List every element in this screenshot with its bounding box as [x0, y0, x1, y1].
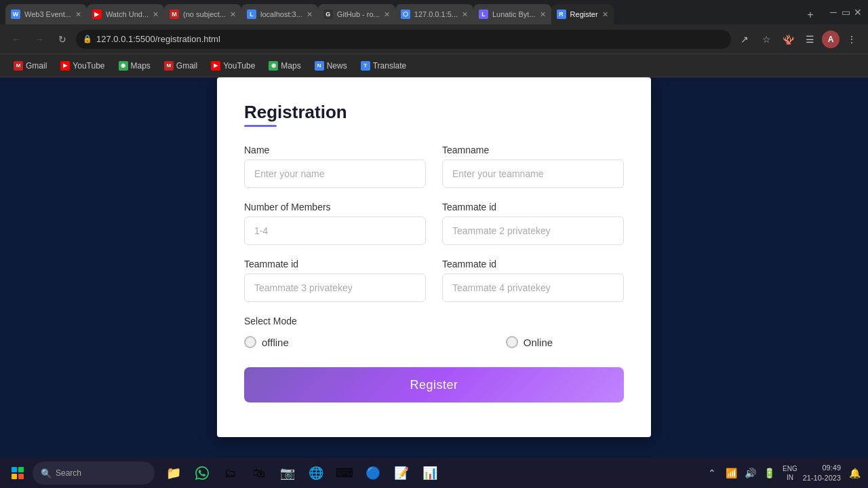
bookmark-bk3[interactable]: ◉ Maps — [113, 59, 156, 73]
tab-tab4[interactable]: L localhost:3... ✕ — [241, 4, 318, 24]
tab-close-tab6[interactable]: ✕ — [462, 10, 468, 19]
bookmark-label-bk2: YouTube — [73, 61, 104, 71]
page-title: Registration — [244, 102, 347, 123]
share-button[interactable]: ↗ — [735, 30, 754, 49]
tab-close-tab5[interactable]: ✕ — [384, 10, 390, 19]
tab-close-tab8[interactable]: ✕ — [602, 10, 608, 19]
notes-app[interactable]: 📝 — [388, 459, 415, 487]
bookmark-bk6[interactable]: ◉ Maps — [263, 59, 306, 73]
radio-online[interactable] — [506, 336, 518, 348]
form-section: Name Teamname Number of Members — [244, 145, 624, 402]
bookmark-bk4[interactable]: M Gmail — [159, 59, 203, 73]
form-row-2: Number of Members Teammate id — [244, 202, 624, 245]
search-icon: 🔍 — [41, 468, 52, 478]
tab-close-tab2[interactable]: ✕ — [153, 10, 159, 19]
teammate2-group: Teammate id — [442, 202, 624, 245]
radio-offline[interactable] — [244, 336, 256, 348]
teammate3-group: Teammate id — [244, 259, 426, 302]
mode-offline-option[interactable]: offline — [244, 336, 289, 348]
win-logo-br — [18, 474, 24, 479]
win-logo-tr — [18, 467, 24, 472]
bookmark-bk5[interactable]: ▶ YouTube — [205, 59, 260, 73]
name-input[interactable] — [244, 159, 426, 188]
store-app[interactable]: 🛍 — [245, 459, 273, 487]
language-indicator[interactable]: ENGIN — [783, 464, 797, 482]
tab-tab1[interactable]: W Web3 Event... ✕ — [5, 4, 87, 24]
chevron-up-icon[interactable]: ⌃ — [704, 465, 720, 481]
tab-label-tab3: (no subject... — [183, 10, 226, 18]
nav-bar: ← → ↻ 🔒 127.0.0.1:5500/registration.html… — [0, 24, 868, 54]
network-icon[interactable]: 📶 — [723, 465, 739, 481]
win-logo-tl — [12, 467, 17, 472]
taskbar-search[interactable]: 🔍 Search — [33, 462, 155, 485]
time-display: 09:49 — [803, 463, 841, 473]
sidebar-button[interactable]: ☰ — [800, 30, 819, 49]
file-manager-app[interactable]: 🗂 — [217, 459, 244, 487]
tab-close-tab1[interactable]: ✕ — [75, 10, 81, 19]
menu-button[interactable]: ⋮ — [842, 30, 861, 49]
start-button[interactable] — [5, 461, 30, 485]
num-members-input[interactable] — [244, 217, 426, 245]
tab-tab7[interactable]: L Lunatic Byt... ✕ — [473, 4, 551, 24]
bookmark-bk8[interactable]: T Translate — [355, 59, 412, 73]
bookmarks-bar: M Gmail ▶ YouTube ◉ Maps M Gmail ▶ YouTu… — [0, 54, 868, 77]
bookmark-label-bk6: Maps — [281, 61, 300, 71]
tab-close-tab3[interactable]: ✕ — [230, 10, 236, 19]
register-button[interactable]: Register — [244, 367, 624, 402]
address-text: 127.0.0.1:5500/registration.html — [96, 34, 220, 44]
bookmark-bk7[interactable]: N News — [309, 59, 353, 73]
taskbar-apps: 📁 🗂 🛍 📷 🌐 ⌨ 🔵 — [160, 459, 443, 487]
volume-icon[interactable]: 🔊 — [742, 465, 758, 481]
mode-online-option[interactable]: Online — [506, 336, 553, 348]
extensions-button[interactable]: 🪸 — [778, 30, 797, 49]
vscode-app[interactable]: ⌨ — [331, 459, 358, 487]
close-button[interactable]: ✕ — [853, 7, 863, 17]
maximize-button[interactable]: ▭ — [841, 7, 850, 17]
tab-tab2[interactable]: ▶ Watch Und... ✕ — [87, 4, 164, 24]
bookmark-bk2[interactable]: ▶ YouTube — [55, 59, 110, 73]
tab-tab8[interactable]: R Register ✕ — [551, 4, 614, 24]
tab-label-tab4: localhost:3... — [260, 10, 302, 18]
powerpoint-app[interactable]: 📊 — [416, 459, 443, 487]
teammate2-input[interactable] — [442, 217, 624, 245]
teammate4-label: Teammate id — [442, 259, 624, 269]
bookmark-button[interactable]: ☆ — [757, 30, 776, 49]
name-label: Name — [244, 145, 426, 155]
whatsapp-app[interactable] — [189, 459, 216, 487]
teammate3-input[interactable] — [244, 274, 426, 302]
battery-icon[interactable]: 🔋 — [761, 465, 777, 481]
teamname-input[interactable] — [442, 159, 624, 188]
back-button[interactable]: ← — [7, 30, 26, 49]
teammate4-input[interactable] — [442, 274, 624, 302]
address-bar[interactable]: 🔒 127.0.0.1:5500/registration.html — [76, 30, 731, 49]
tab-bar: W Web3 Event... ✕ ▶ Watch Und... ✕ M (no… — [5, 0, 821, 24]
forward-button[interactable]: → — [30, 30, 49, 49]
minimize-button[interactable]: ─ — [829, 7, 838, 17]
tab-close-tab4[interactable]: ✕ — [307, 10, 313, 19]
chrome-app[interactable]: 🔵 — [359, 459, 387, 487]
edge-app[interactable]: 🌐 — [302, 459, 330, 487]
reload-button[interactable]: ↻ — [53, 30, 72, 49]
new-tab-button[interactable]: + — [800, 5, 821, 24]
bookmark-label-bk8: Translate — [373, 61, 407, 71]
registration-card: Registration Name Teamname N — [217, 77, 651, 437]
tab-close-tab7[interactable]: ✕ — [540, 10, 546, 19]
camera-app[interactable]: 📷 — [274, 459, 301, 487]
tab-tab6[interactable]: ⬡ 127.0.0.1:5... ✕ — [395, 4, 473, 24]
clock[interactable]: 09:49 21-10-2023 — [803, 463, 841, 484]
windows-logo — [12, 467, 24, 479]
bookmark-bk1[interactable]: M Gmail — [8, 59, 52, 73]
mode-options: offline Online — [244, 336, 624, 348]
notifications-icon[interactable]: 🔔 — [846, 465, 863, 481]
browser-window: W Web3 Event... ✕ ▶ Watch Und... ✕ M (no… — [0, 0, 868, 488]
form-row-3: Teammate id Teammate id — [244, 259, 624, 302]
tab-tab3[interactable]: M (no subject... ✕ — [164, 4, 241, 24]
tab-label-tab6: 127.0.0.1:5... — [414, 10, 458, 18]
tab-label-tab1: Web3 Event... — [24, 10, 71, 18]
tab-tab5[interactable]: G GitHub - ro... ✕ — [318, 4, 395, 24]
user-avatar[interactable]: A — [822, 31, 840, 48]
file-explorer-app[interactable]: 📁 — [160, 459, 187, 487]
nav-actions: ↗ ☆ 🪸 ☰ A ⋮ — [735, 30, 861, 49]
title-bar: W Web3 Event... ✕ ▶ Watch Und... ✕ M (no… — [0, 0, 868, 24]
teammate3-label: Teammate id — [244, 259, 426, 269]
